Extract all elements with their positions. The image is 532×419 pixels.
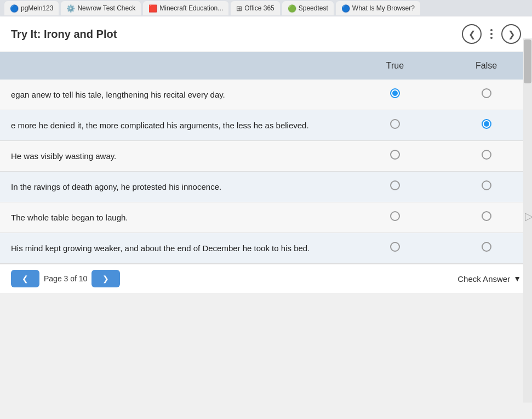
true-radio-5[interactable] — [390, 211, 400, 221]
tab-minecraft[interactable]: 🟥 Minecraft Education... — [143, 1, 228, 15]
next-page-button[interactable]: ❯ — [91, 270, 120, 287]
table-row: The whole table began to laugh. — [0, 202, 532, 233]
true-radio-cell-4[interactable] — [350, 172, 441, 202]
false-radio-6[interactable] — [482, 242, 491, 252]
table-row: egan anew to tell his tale, lengthening … — [0, 80, 532, 110]
false-radio-4[interactable] — [482, 180, 491, 190]
tab-minecraft-icon: 🟥 — [148, 4, 157, 13]
true-radio-cell-3[interactable] — [350, 141, 441, 172]
tab-speedtest-label: Speedtest — [299, 4, 328, 12]
forward-nav-icon: ❯ — [508, 29, 515, 39]
true-radio-2[interactable] — [390, 119, 400, 129]
tab-whatis[interactable]: 🔵 What Is My Browser? — [336, 1, 420, 15]
prev-page-button[interactable]: ❮ — [11, 270, 39, 287]
tab-speedtest-icon: 🟢 — [288, 4, 296, 13]
tab-office365[interactable]: ⊞ Office 365 — [231, 1, 279, 15]
tab-whatis-icon: 🔵 — [341, 4, 350, 13]
scroll-arrow-right: ▷ — [525, 210, 532, 223]
tab-pgmeln[interactable]: 🔵 pgMeln123 — [4, 1, 59, 15]
false-radio-cell-3[interactable] — [441, 141, 532, 172]
true-radio-6[interactable] — [390, 242, 400, 252]
scrollbar-thumb[interactable] — [524, 39, 531, 83]
tab-whatis-label: What Is My Browser? — [352, 4, 415, 12]
back-nav-icon: ❮ — [468, 29, 476, 39]
true-radio-4[interactable] — [390, 180, 400, 190]
quiz-table: True False egan anew to tell his tale, l… — [0, 52, 532, 264]
false-radio-1[interactable] — [482, 88, 491, 98]
prev-page-icon: ❮ — [22, 274, 28, 283]
tab-office365-label: Office 365 — [244, 4, 274, 12]
tab-newrow-icon: ⚙️ — [66, 4, 75, 13]
tab-office365-icon: ⊞ — [236, 4, 242, 13]
false-column-header: False — [441, 52, 532, 80]
question-cell-4: In the ravings of death agony, he protes… — [0, 172, 350, 202]
bottom-bar: ❮ Page 3 of 10 ❯ Check Answer ▼ — [0, 264, 532, 293]
false-radio-cell-6[interactable] — [441, 233, 532, 264]
main-content: True False egan anew to tell his tale, l… — [0, 52, 532, 264]
table-header-row: True False — [0, 52, 532, 80]
tab-speedtest[interactable]: 🟢 Speedtest — [282, 1, 334, 15]
true-radio-cell-5[interactable] — [350, 202, 441, 233]
header-nav: ❮ ❯ — [462, 24, 521, 44]
question-cell-6: His mind kept growing weaker, and about … — [0, 233, 350, 264]
true-radio-3[interactable] — [390, 150, 400, 160]
page-title: Try It: Irony and Plot — [11, 28, 117, 41]
question-column-header — [0, 52, 350, 80]
table-row: His mind kept growing weaker, and about … — [0, 233, 532, 264]
tab-newrow-label: Newrow Test Check — [77, 4, 135, 12]
check-answer-icon: ▼ — [513, 274, 521, 283]
back-nav-button[interactable]: ❮ — [462, 24, 482, 44]
check-answer-label: Check Answer — [457, 274, 510, 284]
false-radio-cell-2[interactable] — [441, 110, 532, 141]
table-row: e more he denied it, the more complicate… — [0, 110, 532, 141]
false-radio-3[interactable] — [482, 150, 491, 160]
table-row: He was visibly wasting away. — [0, 141, 532, 172]
false-radio-2[interactable] — [482, 119, 491, 129]
forward-nav-button[interactable]: ❯ — [501, 24, 521, 44]
page-navigation-group: ❮ Page 3 of 10 ❯ — [11, 270, 120, 287]
dot3 — [490, 37, 493, 39]
dot1 — [490, 29, 493, 31]
true-radio-cell-6[interactable] — [350, 233, 441, 264]
table-row: In the ravings of death agony, he protes… — [0, 172, 532, 202]
question-cell-3: He was visibly wasting away. — [0, 141, 350, 172]
question-cell-5: The whole table began to laugh. — [0, 202, 350, 233]
check-answer-button[interactable]: Check Answer ▼ — [457, 274, 521, 284]
true-column-header: True — [350, 52, 441, 80]
page-label: Page 3 of 10 — [44, 274, 87, 283]
scrollbar-track[interactable]: ▷ — [523, 38, 532, 403]
tab-newrow[interactable]: ⚙️ Newrow Test Check — [61, 1, 141, 15]
tab-pgmeln-label: pgMeln123 — [21, 4, 53, 12]
tab-minecraft-label: Minecraft Education... — [159, 4, 223, 12]
false-radio-cell-5[interactable] — [441, 202, 532, 233]
more-options-button[interactable] — [488, 27, 495, 41]
question-cell-2: e more he denied it, the more complicate… — [0, 110, 350, 141]
false-radio-5[interactable] — [482, 211, 491, 221]
true-radio-1[interactable] — [390, 88, 400, 98]
tab-pgmeln-icon: 🔵 — [10, 4, 19, 13]
false-radio-cell-1[interactable] — [441, 80, 532, 110]
next-page-icon: ❯ — [102, 274, 109, 283]
page-header: Try It: Irony and Plot ❮ ❯ — [0, 16, 532, 52]
question-cell-1: egan anew to tell his tale, lengthening … — [0, 80, 350, 110]
tab-bar: 🔵 pgMeln123 ⚙️ Newrow Test Check 🟥 Minec… — [0, 0, 532, 16]
true-radio-cell-2[interactable] — [350, 110, 441, 141]
dot2 — [490, 33, 493, 35]
true-radio-cell-1[interactable] — [350, 80, 441, 110]
false-radio-cell-4[interactable] — [441, 172, 532, 202]
